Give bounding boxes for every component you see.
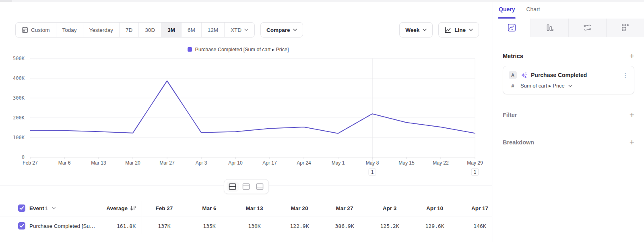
layout-split-icon — [229, 183, 236, 190]
chart-legend: Purchase Completed [Sum of cart ▸ Price] — [0, 46, 476, 52]
add-filter-button[interactable]: + — [630, 111, 634, 119]
metric-aggregation-selector[interactable]: # Sum of cart ▸ Price — [509, 83, 628, 89]
metrics-section-header: Metrics + — [503, 52, 634, 60]
line-chart[interactable]: 0100K200K300K400K500KFeb 27Mar 6Mar 13Ma… — [0, 54, 492, 180]
tab-chart[interactable]: Chart — [526, 6, 540, 19]
event-column-header[interactable]: Event1 — [29, 205, 48, 211]
retention-dots-icon — [621, 23, 630, 32]
date-column-header: Mar 27 — [322, 205, 367, 211]
chart-table-divider — [0, 186, 492, 186]
check-icon — [19, 206, 24, 210]
chart-toolbar: Custom Today Yesterday 7D 30D 3M 6M 12M … — [15, 22, 479, 38]
range-12m-button[interactable]: 12M — [201, 23, 224, 37]
row-cell-value: 135K — [187, 223, 232, 229]
legend-label: Purchase Completed [Sum of cart ▸ Price] — [195, 46, 289, 52]
tab-query[interactable]: Query — [499, 6, 515, 19]
report-type-flows[interactable] — [568, 19, 606, 37]
flows-icon — [583, 23, 592, 32]
metric-event-name[interactable]: Purchase Completed — [531, 72, 619, 78]
chevron-down-icon — [469, 29, 473, 31]
filter-section-header: Filter + — [503, 111, 634, 119]
query-builder-panel: Query Chart Metrics + A — [493, 2, 644, 242]
y-axis-tick-label: 200K — [13, 115, 25, 121]
compare-button[interactable]: Compare — [260, 22, 303, 38]
row-checkbox[interactable] — [18, 222, 25, 229]
number-type-icon: # — [509, 83, 517, 89]
layout-split-button[interactable] — [227, 182, 239, 192]
annotation-badge-count: 1 — [474, 169, 477, 175]
x-axis-tick-label: Apr 24 — [297, 160, 311, 166]
select-all-checkbox[interactable] — [18, 204, 25, 212]
panel-tabs: Query Chart — [493, 2, 644, 19]
y-axis-tick-label: 100K — [13, 135, 25, 140]
row-cell-value: 129.6K — [412, 223, 457, 229]
main-area: Custom Today Yesterday 7D 30D 3M 6M 12M … — [0, 2, 492, 242]
report-type-strip — [493, 19, 644, 37]
date-column-header: Mar 13 — [232, 205, 277, 211]
metric-card[interactable]: A Purchase Completed ⋮ # Sum of cart ▸ P… — [503, 66, 634, 94]
row-cell-value: 386.9K — [322, 223, 367, 229]
range-3m-button[interactable]: 3M — [161, 23, 181, 37]
layout-table-top-icon — [242, 183, 250, 190]
range-6m-button[interactable]: 6M — [181, 23, 201, 37]
range-xtd-button[interactable]: XTD — [224, 23, 254, 37]
x-axis-tick-label: Apr 10 — [228, 160, 243, 166]
x-axis-tick-label: Mar 20 — [125, 160, 140, 166]
chevron-down-icon — [52, 207, 56, 209]
funnels-bars-icon — [545, 23, 554, 32]
report-type-funnels[interactable] — [530, 19, 568, 37]
y-axis-tick-label: 300K — [13, 95, 25, 101]
row-cell-value: 122.9K — [277, 223, 322, 229]
add-metric-button[interactable]: + — [630, 52, 634, 60]
legend-swatch — [188, 47, 192, 52]
x-axis-tick-label: Mar 6 — [58, 160, 71, 166]
date-column-header: Apr 10 — [412, 205, 457, 211]
event-sparkle-icon — [520, 72, 527, 79]
x-axis-tick-label: Mar 13 — [91, 160, 106, 166]
panel-body: Metrics + A Purchase Completed ⋮ # Sum o… — [493, 52, 644, 146]
row-cell-value: 130K — [232, 223, 277, 229]
calendar-icon — [22, 27, 28, 33]
annotation-badge-count: 1 — [371, 169, 374, 175]
table-column-divider — [142, 200, 142, 234]
report-type-insights[interactable] — [493, 19, 530, 37]
row-average-value: 161.8K — [117, 223, 136, 229]
x-axis-tick-label: May 1 — [332, 160, 345, 166]
series-line[interactable] — [30, 81, 475, 133]
granularity-dropdown[interactable]: Week — [399, 22, 433, 38]
breakdown-title: Breakdown — [503, 139, 534, 146]
x-axis-tick-label: Mar 27 — [159, 160, 175, 166]
metrics-title: Metrics — [503, 53, 523, 59]
chart-style-dropdown[interactable]: Line — [438, 22, 479, 38]
range-today-button[interactable]: Today — [56, 23, 83, 37]
filter-title: Filter — [503, 112, 517, 118]
line-chart-icon — [444, 27, 451, 33]
metric-options-kebab-icon[interactable]: ⋮ — [622, 72, 628, 78]
row-series-name[interactable]: Purchase Completed [Sum of cart ▸ Price] — [29, 223, 97, 229]
report-type-retention[interactable] — [606, 19, 644, 37]
chevron-down-icon — [568, 85, 572, 87]
range-yesterday-button[interactable]: Yesterday — [83, 23, 120, 37]
y-axis-tick-label: 500K — [13, 56, 25, 61]
x-axis-tick-label: Feb 27 — [23, 160, 38, 166]
sort-descending-icon — [130, 205, 136, 211]
table-header-row: Event1 Average Feb 27 Mar 6 Mar 13 Mar 2… — [0, 200, 492, 217]
breakdown-table: Event1 Average Feb 27 Mar 6 Mar 13 Mar 2… — [0, 200, 492, 242]
layout-table-bottom-button[interactable] — [254, 182, 266, 192]
layout-table-top-button[interactable] — [240, 182, 252, 192]
average-column-header[interactable]: Average — [97, 205, 142, 211]
insights-report-app: Custom Today Yesterday 7D 30D 3M 6M 12M … — [0, 0, 644, 242]
layout-toggle-group — [224, 179, 269, 194]
series-letter-badge: A — [509, 71, 517, 79]
chevron-down-icon — [423, 29, 427, 31]
range-30d-button[interactable]: 30D — [138, 23, 161, 37]
date-column-header: Mar 6 — [187, 205, 232, 211]
y-axis-tick-label: 400K — [13, 75, 25, 81]
row-cell-value: 146K — [457, 223, 492, 229]
x-axis-tick-label: Apr 3 — [196, 160, 207, 166]
add-breakdown-button[interactable]: + — [630, 138, 634, 146]
date-range-picker: Custom Today Yesterday 7D 30D 3M 6M 12M … — [15, 22, 255, 38]
range-7d-button[interactable]: 7D — [119, 23, 138, 37]
range-custom-button[interactable]: Custom — [16, 23, 56, 37]
row-cell-value: 137K — [142, 223, 187, 229]
